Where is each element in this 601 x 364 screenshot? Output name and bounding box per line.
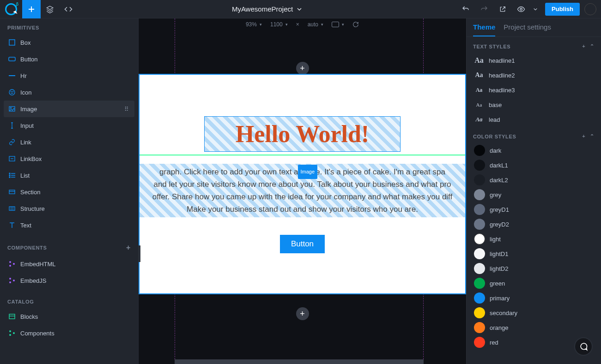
undo-button[interactable] — [456, 0, 475, 18]
primitive-text[interactable]: Text — [4, 217, 134, 233]
open-external-button[interactable] — [493, 0, 512, 18]
catalog-label: Blocks — [20, 313, 38, 320]
color-swatch — [474, 248, 485, 259]
color-style-grey[interactable]: grey — [470, 187, 597, 202]
add-button[interactable] — [22, 0, 41, 18]
publish-button[interactable]: Publish — [545, 3, 580, 16]
primitive-label: Text — [20, 222, 31, 229]
primitive-section[interactable]: Section — [4, 184, 134, 200]
main: PRIMITIVES Box Button Hr Icon Image⠿ Inp… — [0, 18, 601, 364]
component-embedjs[interactable]: EmbedJS — [4, 272, 134, 289]
external-icon — [499, 6, 506, 13]
link-icon — [8, 139, 16, 145]
primitive-hr[interactable]: Hr — [4, 67, 134, 84]
svg-point-23 — [9, 265, 11, 267]
paragraph-block[interactable]: Image graph. Click here to add your own … — [140, 164, 465, 217]
collapse-sidebar-handle[interactable]: ‹ — [139, 245, 140, 262]
code-button[interactable] — [59, 0, 78, 18]
text-style-headline1[interactable]: Aaheadline1 — [470, 53, 597, 68]
preview-dropdown[interactable] — [530, 0, 540, 18]
project-name-dropdown[interactable]: MyAwesomeProject — [232, 5, 302, 13]
device-control[interactable]: ▾ — [332, 22, 344, 27]
drag-tag: Image — [298, 165, 318, 179]
color-style-secondary[interactable]: secondary — [470, 305, 597, 320]
preview-button[interactable] — [512, 0, 530, 18]
layers-button[interactable] — [41, 0, 59, 18]
svg-point-30 — [13, 332, 15, 334]
primitive-input[interactable]: Input — [4, 117, 134, 134]
add-color-style-button[interactable]: + — [582, 133, 585, 139]
add-section-top[interactable]: + — [296, 62, 309, 75]
primitive-label: Button — [20, 56, 38, 63]
zoom-control[interactable]: 93%▾ — [246, 21, 262, 28]
primitive-image[interactable]: Image⠿ — [4, 101, 134, 117]
catalog-blocks[interactable]: Blocks — [4, 308, 134, 325]
primitive-list[interactable]: List — [4, 167, 134, 184]
svg-point-5 — [11, 91, 11, 92]
primitive-label: LinkBox — [20, 155, 42, 162]
canvas-scroll-thumb[interactable] — [175, 359, 424, 364]
help-button[interactable] — [574, 337, 593, 356]
avatar[interactable] — [584, 3, 596, 15]
color-label: secondary — [490, 310, 517, 316]
tab-project-settings[interactable]: Project settings — [504, 23, 551, 36]
color-style-greyD1[interactable]: greyD1 — [470, 202, 597, 217]
color-style-lightD1[interactable]: lightD1 — [470, 246, 597, 261]
add-text-style-button[interactable]: + — [582, 43, 585, 49]
linkbox-icon — [8, 156, 16, 161]
headline-text: Hello World! — [236, 120, 369, 148]
color-label: darkL2 — [490, 177, 508, 184]
caret-icon: ▾ — [342, 22, 344, 27]
catalog-components[interactable]: Components — [4, 325, 134, 341]
color-label: light — [490, 236, 501, 243]
color-style-light[interactable]: light — [470, 232, 597, 246]
width-control[interactable]: 1100▾ — [270, 21, 288, 28]
cursor-icon — [8, 122, 16, 129]
color-swatch — [474, 160, 485, 171]
color-swatch — [474, 233, 485, 245]
tab-theme[interactable]: Theme — [473, 23, 495, 36]
collapse-color-styles[interactable]: ⌃ — [590, 133, 595, 139]
canvas-button[interactable]: Button — [280, 235, 325, 253]
redo-button[interactable] — [475, 0, 493, 18]
color-style-green[interactable]: green — [470, 276, 597, 291]
text-styles-heading: TEXT STYLES + ⌃ — [467, 37, 601, 53]
catalog-heading: CATALOG — [0, 292, 138, 308]
text-style-headline2[interactable]: Aaheadline2 — [470, 68, 597, 83]
reload-button[interactable] — [352, 21, 359, 28]
color-style-darkL1[interactable]: darkL1 — [470, 158, 597, 173]
component-label: EmbedHTML — [20, 261, 56, 268]
primitive-label: Section — [20, 189, 40, 196]
add-section-bottom[interactable]: + — [296, 307, 309, 320]
color-style-primary[interactable]: primary — [470, 291, 597, 305]
color-style-darkL2[interactable]: darkL2 — [470, 173, 597, 187]
text-style-lead[interactable]: Aalead — [470, 112, 597, 127]
logo[interactable]: β — [0, 0, 22, 18]
collapse-text-styles[interactable]: ⌃ — [590, 43, 595, 49]
primitive-icon[interactable]: Icon — [4, 84, 134, 101]
color-swatch — [474, 219, 485, 230]
primitive-structure[interactable]: Structure — [4, 200, 134, 217]
color-style-dark[interactable]: dark — [470, 143, 597, 158]
primitive-linkbox[interactable]: LinkBox — [4, 150, 134, 167]
headline-block[interactable]: Hello World! — [204, 116, 401, 152]
svg-rect-2 — [9, 57, 15, 61]
color-style-lightD2[interactable]: lightD2 — [470, 261, 597, 276]
component-embedhtml[interactable]: EmbedHTML — [4, 256, 134, 272]
svg-point-26 — [9, 281, 11, 283]
text-style-headline3[interactable]: Aaheadline3 — [470, 83, 597, 97]
primitive-link[interactable]: Link — [4, 134, 134, 150]
canvas[interactable]: 93%▾ 1100▾ × auto▾ ▾ + ‹ Hello World! Im… — [139, 18, 466, 364]
canvas-page[interactable]: ‹ Hello World! Image graph. Click here t… — [139, 74, 466, 294]
aa-icon: Aa — [474, 72, 484, 79]
color-style-greyD2[interactable]: greyD2 — [470, 217, 597, 232]
add-component-button[interactable]: + — [126, 244, 131, 252]
svg-point-25 — [13, 280, 15, 281]
redo-icon — [480, 5, 488, 13]
color-style-orange[interactable]: orange — [470, 320, 597, 335]
height-control[interactable]: auto▾ — [308, 21, 323, 28]
primitive-box[interactable]: Box — [4, 34, 134, 51]
svg-point-8 — [11, 107, 12, 108]
text-style-base[interactable]: Aabase — [470, 97, 597, 112]
primitive-button[interactable]: Button — [4, 51, 134, 67]
